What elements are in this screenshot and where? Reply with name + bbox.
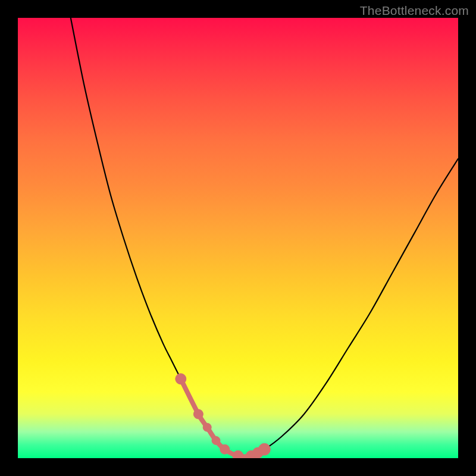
curve-svg bbox=[18, 18, 458, 458]
marker-dot bbox=[193, 409, 203, 419]
plot-area bbox=[18, 18, 458, 458]
marker-group bbox=[176, 374, 271, 458]
marker-dot bbox=[233, 450, 243, 458]
marker-dot bbox=[176, 374, 186, 384]
chart-frame: TheBottleneck.com bbox=[0, 0, 476, 476]
watermark-text: TheBottleneck.com bbox=[360, 4, 469, 18]
bottleneck-curve bbox=[71, 18, 458, 457]
marker-dot bbox=[220, 444, 230, 454]
marker-dot bbox=[212, 436, 220, 444]
marker-dot bbox=[203, 423, 211, 431]
marker-dot bbox=[258, 443, 270, 455]
